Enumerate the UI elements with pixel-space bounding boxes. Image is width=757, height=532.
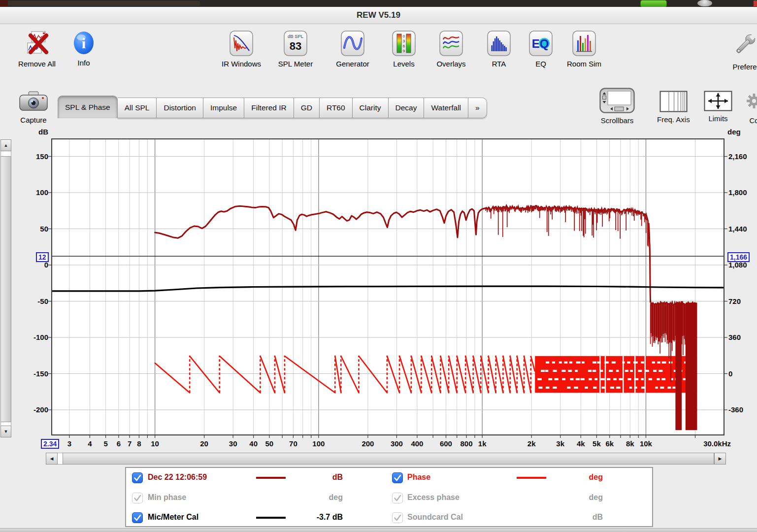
checkbox-phase[interactable] <box>392 472 403 483</box>
window-bottom-strip <box>0 528 757 532</box>
legend-value-min-phase: deg <box>284 493 343 502</box>
horizontal-scrollbar[interactable]: ◀ ▶ <box>46 453 725 465</box>
scroll-right-arrow[interactable]: ▶ <box>714 453 726 465</box>
x-axis-tick: 10k <box>626 439 665 448</box>
legend-label-mic-meter-cal: Mic/Meter Cal <box>148 513 198 522</box>
rew-window: REW V5.19 Remove All i Info IR Windows d… <box>0 0 757 532</box>
y-right-tick: 360 <box>728 333 757 341</box>
checkbox-mic-meter-cal[interactable] <box>132 512 143 523</box>
y-right-tick: -360 <box>728 405 757 414</box>
trace-legend: Dec 22 12:06:59dB Min phasedeg Mic/Meter… <box>125 467 653 527</box>
checkbox-soundcard-cal[interactable] <box>392 512 403 523</box>
legend-swatch-dec-22-12-06-59 <box>256 477 286 479</box>
scroll-left-arrow[interactable]: ◀ <box>46 453 58 465</box>
horizontal-scroll-thumb[interactable] <box>63 453 714 465</box>
legend-label-dec-22-12-06-59: Dec 22 12:06:59 <box>148 473 207 482</box>
legend-label-phase: Phase <box>407 473 430 482</box>
checkbox-min-phase[interactable] <box>132 493 143 503</box>
y-left-tick: -150 <box>15 369 48 378</box>
legend-value-excess-phase: deg <box>544 493 603 502</box>
legend-value-mic-meter-cal: -3.7 dB <box>284 513 343 522</box>
x-axis-tick: 100 <box>299 439 338 448</box>
y-left-tick: -50 <box>15 297 48 305</box>
legend-value-dec-22-12-06-59: dB <box>284 473 343 482</box>
x-axis-tick: 1k <box>462 439 502 448</box>
y-right-tick: 1,800 <box>728 188 757 197</box>
legend-swatch-phase <box>517 477 546 479</box>
y-left-tick: -100 <box>15 333 48 341</box>
legend-value-soundcard-cal: dB <box>544 513 603 522</box>
checkbox-excess-phase[interactable] <box>392 493 403 503</box>
y-left-tick: 50 <box>15 225 48 233</box>
y-right-tick: 720 <box>728 297 757 305</box>
y-right-tick: 2,160 <box>728 152 757 161</box>
y-right-tick: 0 <box>728 369 757 378</box>
x-axis-tick: 30.0kHz <box>691 439 731 448</box>
legend-swatch-mic-meter-cal <box>256 517 286 519</box>
legend-label-soundcard-cal: Soundcard Cal <box>407 513 463 522</box>
cursor-db-readout[interactable]: 12 <box>36 252 49 262</box>
cursor-freq-readout[interactable]: 2.34 <box>41 439 59 449</box>
cursor-deg-readout[interactable]: 1,166 <box>727 252 750 262</box>
legend-label-excess-phase: Excess phase <box>407 493 460 502</box>
legend-label-min-phase: Min phase <box>148 493 186 502</box>
checkbox-dec-22-12-06-59[interactable] <box>132 472 143 483</box>
legend-value-phase: deg <box>544 473 603 482</box>
y-left-tick: 100 <box>15 188 48 197</box>
y-left-tick: 150 <box>15 152 48 161</box>
y-right-tick: 1,440 <box>728 225 757 233</box>
spl-phase-graph[interactable] <box>0 0 757 532</box>
x-axis-tick: 10 <box>135 439 175 448</box>
y-left-tick: -200 <box>15 405 48 414</box>
